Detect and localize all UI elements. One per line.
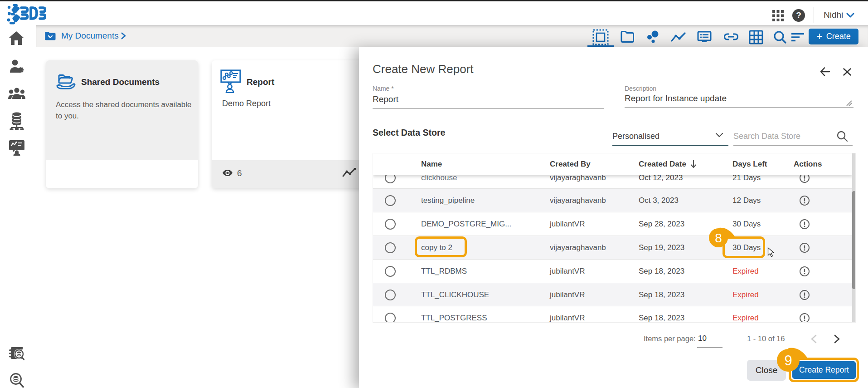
svg-text:9: 9 xyxy=(784,353,792,368)
svg-text:8: 8 xyxy=(715,231,722,245)
